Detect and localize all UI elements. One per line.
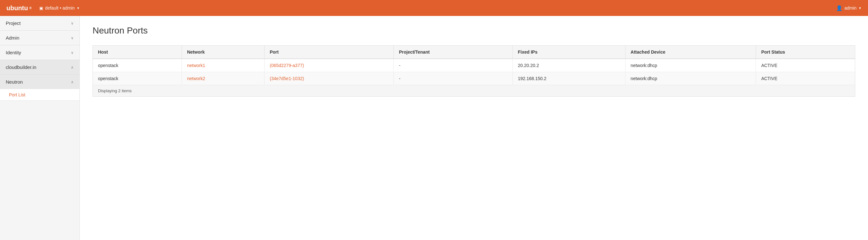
- sidebar-section-cloudbuilder: cloudbuilder.in ∧: [0, 60, 80, 75]
- chevron-down-icon: ∨: [71, 21, 74, 26]
- navbar: ubuntu® ▣ default • admin ▼ 👤 admin ▼: [0, 0, 868, 16]
- sidebar-item-port-list[interactable]: Port List: [0, 89, 80, 100]
- context-caret-icon: ▼: [76, 6, 80, 10]
- sidebar-item-neutron[interactable]: Neutron ∧: [0, 75, 80, 89]
- col-network: Network: [182, 46, 265, 59]
- network2-link[interactable]: network2: [187, 76, 205, 81]
- col-port: Port: [265, 46, 394, 59]
- user-avatar-icon: 👤: [836, 5, 842, 11]
- context-icon: ▣: [39, 6, 43, 10]
- sidebar: Project ∨ Admin ∨ Identity ∨ cloudbuilde…: [0, 16, 80, 240]
- table-row: openstack network1 (065d2279-a377) - 20.…: [93, 59, 855, 72]
- sidebar-section-identity: Identity ∨: [0, 45, 80, 60]
- sidebar-label-identity: Identity: [6, 50, 21, 55]
- context-label: default • admin: [45, 5, 75, 10]
- cell-project-2: -: [394, 72, 513, 85]
- navbar-left: ubuntu® ▣ default • admin ▼: [6, 4, 80, 12]
- sidebar-section-neutron: Neutron ∧ Port List: [0, 75, 80, 101]
- context-selector[interactable]: ▣ default • admin ▼: [39, 5, 80, 10]
- user-caret-icon: ▼: [859, 6, 862, 10]
- table-footer: Displaying 2 items: [93, 85, 855, 97]
- cell-network-1: network1: [182, 59, 265, 72]
- cell-port-status-2: ACTIVE: [756, 72, 855, 85]
- table-header-row: Host Network Port Project/Tenant Fixed I…: [93, 46, 855, 59]
- network1-link[interactable]: network1: [187, 63, 205, 68]
- page-title: Neutron Ports: [93, 26, 855, 36]
- col-host: Host: [93, 46, 182, 59]
- cell-fixed-ips-1: 20.20.20.2: [513, 59, 625, 72]
- port2-link[interactable]: (34e7d5e1-1032): [270, 76, 304, 81]
- cell-port-1: (065d2279-a377): [265, 59, 394, 72]
- cell-attached-device-1: network:dhcp: [625, 59, 756, 72]
- cell-port-status-1: ACTIVE: [756, 59, 855, 72]
- col-fixed-ips: Fixed IPs: [513, 46, 625, 59]
- sidebar-label-cloudbuilder: cloudbuilder.in: [6, 64, 36, 70]
- table-body: openstack network1 (065d2279-a377) - 20.…: [93, 59, 855, 85]
- cell-host-1: openstack: [93, 59, 182, 72]
- table-footer-text: Displaying 2 items: [98, 88, 132, 93]
- col-port-status: Port Status: [756, 46, 855, 59]
- sidebar-label-neutron: Neutron: [6, 79, 23, 85]
- chevron-down-icon-admin: ∨: [71, 36, 74, 40]
- col-project-tenant: Project/Tenant: [394, 46, 513, 59]
- col-attached-device: Attached Device: [625, 46, 756, 59]
- port1-link[interactable]: (065d2279-a377): [270, 63, 304, 68]
- sidebar-item-identity[interactable]: Identity ∨: [0, 45, 80, 60]
- port-list-label: Port List: [9, 92, 25, 97]
- table-header: Host Network Port Project/Tenant Fixed I…: [93, 46, 855, 59]
- cell-network-2: network2: [182, 72, 265, 85]
- sidebar-item-admin[interactable]: Admin ∨: [0, 31, 80, 45]
- brand-sup: ®: [29, 6, 32, 10]
- chevron-down-icon-identity: ∨: [71, 51, 74, 55]
- sidebar-section-admin: Admin ∨: [0, 31, 80, 45]
- user-name: admin: [844, 5, 857, 10]
- main-content: Neutron Ports Host Network Port Project/…: [80, 16, 868, 240]
- sidebar-label-project: Project: [6, 21, 21, 26]
- cell-project-1: -: [394, 59, 513, 72]
- chevron-up-icon-cloudbuilder: ∧: [71, 65, 74, 69]
- sidebar-section-project: Project ∨: [0, 16, 80, 31]
- brand-name: ubuntu: [6, 4, 28, 12]
- cell-host-2: openstack: [93, 72, 182, 85]
- user-menu[interactable]: 👤 admin ▼: [836, 5, 862, 11]
- chevron-up-icon-neutron: ∧: [71, 80, 74, 84]
- cell-fixed-ips-2: 192.168.150.2: [513, 72, 625, 85]
- cell-attached-device-2: network:dhcp: [625, 72, 756, 85]
- sidebar-item-cloudbuilder[interactable]: cloudbuilder.in ∧: [0, 60, 80, 74]
- table-row: openstack network2 (34e7d5e1-1032) - 192…: [93, 72, 855, 85]
- layout: Project ∨ Admin ∨ Identity ∨ cloudbuilde…: [0, 16, 868, 240]
- neutron-ports-table: Host Network Port Project/Tenant Fixed I…: [93, 45, 855, 85]
- cell-port-2: (34e7d5e1-1032): [265, 72, 394, 85]
- brand-logo: ubuntu®: [6, 4, 32, 12]
- sidebar-label-admin: Admin: [6, 35, 20, 40]
- sidebar-item-project[interactable]: Project ∨: [0, 16, 80, 30]
